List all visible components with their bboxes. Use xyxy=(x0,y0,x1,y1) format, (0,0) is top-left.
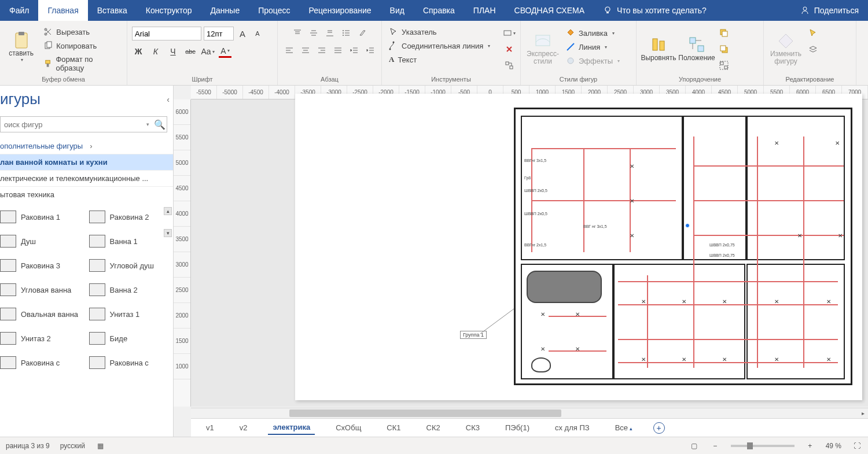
quick-styles-button[interactable]: Экспресс- стили xyxy=(525,25,560,72)
page-tab[interactable]: СК1 xyxy=(382,421,405,434)
shrink-font-button[interactable]: A xyxy=(251,27,264,40)
stencil-scroll-down[interactable]: ▾ xyxy=(164,229,172,237)
decrease-indent-button[interactable] xyxy=(348,44,361,57)
floor-plan[interactable]: ✕ ✕ ✕ ✕ ✕ ✕ ✕ ✕ ✕ ✕ ✕ ✕ ✕ ✕ ✕ ✕ ✕ ✕ ✕ ✕ xyxy=(514,108,852,385)
align-center-button[interactable] xyxy=(299,44,312,57)
cut-button[interactable]: Вырезать xyxy=(41,25,122,38)
tab-file[interactable]: Файл xyxy=(0,0,38,21)
zoom-level[interactable]: 49 % xyxy=(826,442,841,450)
zoom-slider[interactable] xyxy=(731,445,795,447)
font-name-select[interactable] xyxy=(132,27,201,40)
shape-gallery-item[interactable]: Раковина с xyxy=(0,352,82,374)
grow-font-button[interactable]: A xyxy=(236,27,249,40)
paste-button[interactable]: ставить ▾ xyxy=(5,23,38,69)
tab-process[interactable]: Процесс xyxy=(249,0,299,21)
shape-gallery-item[interactable]: Ванна 2 xyxy=(89,279,171,301)
page-tab[interactable]: электрика xyxy=(268,420,315,435)
justify-button[interactable] xyxy=(332,44,344,57)
underline-button[interactable]: Ч xyxy=(167,45,179,58)
tab-insert[interactable]: Вставка xyxy=(88,0,137,21)
shape-gallery-item[interactable]: Раковина с xyxy=(89,352,171,374)
shape-gallery-item[interactable]: Раковина 3 xyxy=(0,254,82,276)
language-indicator[interactable]: русский xyxy=(60,442,85,450)
tab-data[interactable]: Данные xyxy=(201,0,249,21)
shape-gallery-item[interactable]: Унитаз 1 xyxy=(89,303,171,325)
increase-indent-button[interactable] xyxy=(364,44,377,57)
page-tab[interactable]: СК2 xyxy=(422,421,445,434)
page-tab[interactable]: v1 xyxy=(201,421,219,434)
shape-gallery-item[interactable]: Раковина 2 xyxy=(89,206,171,228)
align-button[interactable]: Выровнять xyxy=(641,25,676,72)
shape-gallery-item[interactable]: Унитаз 2 xyxy=(0,327,82,349)
drawing-canvas[interactable]: ✕ ✕ ✕ ✕ ✕ ✕ ✕ ✕ ✕ ✕ ✕ ✕ ✕ ✕ ✕ ✕ ✕ ✕ ✕ ✕ xyxy=(191,99,868,407)
align-middle-button[interactable] xyxy=(307,27,320,39)
page-tab[interactable]: сх для ПЗ xyxy=(550,421,594,434)
presentation-mode-button[interactable]: ▢ xyxy=(689,441,700,451)
align-right-button[interactable] xyxy=(315,44,328,57)
shape-gallery-item[interactable]: Угловая ванна xyxy=(0,279,82,301)
tell-me-search[interactable]: Что вы хотите сделать? xyxy=(594,0,716,21)
text-tool-button[interactable]: A Текст xyxy=(387,53,499,66)
stencil-bath-kitchen[interactable]: лан ванной комнаты и кухни xyxy=(0,154,173,170)
page-tab[interactable]: ПЭб(1) xyxy=(501,421,534,434)
align-bottom-button[interactable] xyxy=(323,27,336,39)
scroll-right-button[interactable]: ▸ xyxy=(858,408,868,418)
font-size-select[interactable] xyxy=(204,27,234,40)
bold-button[interactable]: Ж xyxy=(132,45,145,58)
align-left-button[interactable] xyxy=(283,44,296,57)
group-button[interactable] xyxy=(718,59,730,72)
clear-format-button[interactable] xyxy=(356,27,369,39)
toilet-shape[interactable] xyxy=(531,357,551,372)
shape-gallery-item[interactable]: Биде xyxy=(89,327,171,349)
add-page-button[interactable]: + xyxy=(653,422,665,434)
stencil-electrical[interactable]: лектрические и телекоммуникационные ... xyxy=(0,170,173,186)
page-tab[interactable]: v2 xyxy=(235,421,252,434)
strikethrough-button[interactable]: abc xyxy=(184,45,197,58)
stencil-scroll-up[interactable]: ▴ xyxy=(164,207,172,215)
collapse-shapes-button[interactable]: ‹ xyxy=(167,95,170,104)
pointer-tool-button[interactable]: Указатель xyxy=(387,25,499,38)
send-back-button[interactable] xyxy=(718,43,730,56)
selection-handle[interactable] xyxy=(685,223,690,228)
horizontal-scrollbar[interactable]: ▸ xyxy=(191,408,868,418)
connector-tool-button[interactable]: Соединительная линия ▾ xyxy=(387,39,499,52)
rectangle-tool-button[interactable]: ▾ xyxy=(503,27,516,39)
shapes-search-input[interactable] xyxy=(1,120,142,129)
change-shape-button[interactable]: Изменить фигуру xyxy=(768,25,803,72)
effects-button[interactable]: Эффекты▾ xyxy=(564,54,622,67)
tab-summary[interactable]: СВОДНАЯ СХЕМА xyxy=(505,0,594,21)
position-button[interactable]: Положение xyxy=(679,25,714,72)
font-color-button[interactable]: A▾ xyxy=(219,45,231,58)
search-dropdown-icon[interactable]: ▾ xyxy=(142,121,153,127)
connection-point-button[interactable] xyxy=(503,59,516,72)
zoom-in-button[interactable]: + xyxy=(805,441,815,451)
stencil-appliances[interactable]: ытовая техника xyxy=(0,186,173,202)
format-painter-button[interactable]: Формат по образцу xyxy=(41,53,122,74)
fit-page-button[interactable]: ⛶ xyxy=(852,441,862,451)
search-icon[interactable]: 🔍 xyxy=(153,119,167,130)
tab-plan[interactable]: ПЛАН xyxy=(464,0,505,21)
bring-front-button[interactable] xyxy=(718,27,730,39)
tab-design[interactable]: Конструктор xyxy=(137,0,201,21)
group-callout[interactable]: Группа 1 xyxy=(460,331,487,339)
shape-gallery-item[interactable]: Раковина 1 xyxy=(0,206,82,228)
shape-gallery-item[interactable]: Овальная ванна xyxy=(0,303,82,325)
bullets-button[interactable] xyxy=(340,27,352,39)
share-button[interactable]: Поделиться xyxy=(791,0,868,21)
line-button[interactable]: Линия▾ xyxy=(564,40,622,53)
delete-connector-button[interactable] xyxy=(503,43,516,56)
zoom-out-button[interactable]: − xyxy=(710,441,720,451)
select-button[interactable] xyxy=(807,27,819,39)
shape-gallery-item[interactable]: Ванна 1 xyxy=(89,230,171,252)
tab-view[interactable]: Вид xyxy=(381,0,414,21)
page-tab[interactable]: СхОбщ xyxy=(331,421,366,434)
tab-review[interactable]: Рецензирование xyxy=(299,0,380,21)
tab-help[interactable]: Справка xyxy=(414,0,464,21)
change-case-button[interactable]: Aa▾ xyxy=(201,45,214,58)
page-tab[interactable]: Все xyxy=(610,421,637,434)
shapes-search[interactable]: ▾ 🔍 xyxy=(0,116,167,132)
shape-gallery-item[interactable]: Угловой душ xyxy=(89,254,171,276)
shape-gallery-item[interactable]: Душ xyxy=(0,230,82,252)
tab-home[interactable]: Главная xyxy=(38,0,87,21)
scrollbar-thumb[interactable] xyxy=(289,409,561,417)
